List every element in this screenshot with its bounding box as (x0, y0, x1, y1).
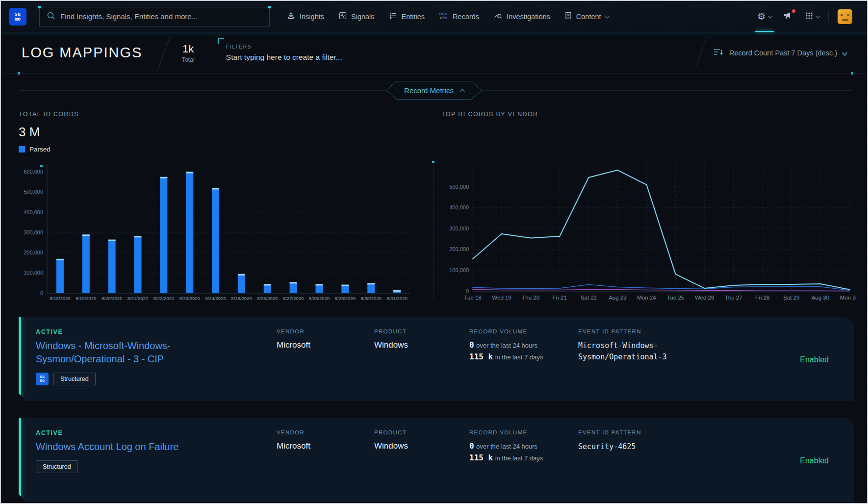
event-id-pattern-label: EVENT ID PATTERN (578, 429, 695, 435)
entities-icon (389, 12, 397, 21)
svg-text:8/31/2020: 8/31/2020 (386, 296, 407, 301)
announcements-button[interactable] (778, 1, 799, 32)
search-icon (47, 11, 55, 22)
structured-tag: Structured (36, 460, 78, 473)
apps-grid-button[interactable] (799, 1, 825, 32)
card-main-column: ACTIVE Windows Account Log on Failure St… (36, 429, 277, 492)
page-title: LOG MAPPINGS (1, 32, 164, 73)
notification-dot (792, 9, 795, 13)
svg-text:8/27/2020: 8/27/2020 (283, 296, 304, 301)
chart-legend: Parsed (19, 146, 431, 153)
svg-text:8/20/2020: 8/20/2020 (102, 296, 122, 301)
log-mappings-list: ACTIVE Windows - Microsoft-Windows-Sysmo… (1, 304, 867, 502)
sumo-logic-logo-icon[interactable]: su mo (9, 8, 26, 25)
svg-text:400,000: 400,000 (449, 204, 469, 210)
megaphone-icon (784, 11, 793, 22)
total-count-badge: 1k Total (164, 32, 212, 73)
svg-text:1001: 1001 (439, 16, 448, 20)
event-id-pattern-column: EVENT ID PATTERN Security-4625 (578, 429, 695, 492)
nav-item-investigations[interactable]: Investigations (486, 1, 558, 32)
total-records-title: TOTAL RECORDS (19, 111, 431, 118)
sort-dropdown[interactable]: Record Count Past 7 Days (desc.) (701, 32, 867, 73)
nav-label: Records (453, 13, 479, 21)
page-header: LOG MAPPINGS 1k Total FILTERS Record Cou… (1, 32, 867, 74)
chart-divider (433, 164, 434, 299)
svg-text:600,000: 600,000 (24, 169, 43, 175)
nav-label: Insights (300, 13, 324, 21)
event-id-pattern-value: Security-4625 (578, 441, 689, 453)
svg-text:Thu 20: Thu 20 (522, 295, 539, 301)
svg-text:300,000: 300,000 (449, 226, 469, 231)
product-column: PRODUCT Windows (374, 429, 469, 492)
svg-text:0: 0 (466, 288, 469, 294)
vendor-value: Microsoft (277, 340, 374, 350)
svg-text:8/18/2020: 8/18/2020 (50, 296, 70, 301)
global-search-box[interactable] (39, 7, 270, 26)
log-mapping-card[interactable]: ACTIVE Windows - Microsoft-Windows-Sysmo… (19, 317, 854, 401)
logo-text-top: su (15, 12, 21, 17)
nav-item-records[interactable]: 01011001 Records (432, 1, 486, 32)
divider (828, 11, 829, 23)
deco-corner (432, 161, 434, 163)
legend-swatch-parsed (19, 146, 25, 152)
nav-item-content[interactable]: Content (558, 1, 616, 32)
record-volume-column: RECORD VOLUME 0 over the last 24 hours 1… (469, 429, 578, 492)
apps-grid-icon (805, 12, 813, 22)
svg-text:8/22/2020: 8/22/2020 (153, 296, 174, 301)
sumo-logic-badge-icon: sumo (36, 373, 49, 385)
svg-text:8/29/2020: 8/29/2020 (335, 296, 356, 301)
total-records-value: 3 M (19, 125, 431, 140)
nav-item-entities[interactable]: Entities (382, 1, 433, 32)
deco-corner (40, 165, 43, 167)
svg-text:Wed 26: Wed 26 (695, 295, 714, 301)
total-count-label: Total (181, 56, 194, 63)
chevron-down-icon (768, 13, 773, 18)
page-content: LOG MAPPINGS 1k Total FILTERS Record Cou… (1, 32, 867, 503)
double-chevron-down-icon (843, 51, 846, 54)
signals-icon (339, 12, 347, 21)
top-records-title: TOP RECORDS BY VENDOR (441, 111, 856, 118)
user-menu-button[interactable] (832, 1, 858, 32)
nav-item-signals[interactable]: Signals (332, 1, 382, 32)
svg-text:200,000: 200,000 (24, 250, 43, 255)
svg-text:8/21/2020: 8/21/2020 (128, 296, 148, 301)
nav-label: Entities (402, 13, 425, 21)
sort-label: Record Count Past 7 Days (desc.) (729, 49, 837, 57)
filter-input[interactable] (226, 53, 559, 62)
structured-tag: Structured (53, 373, 96, 385)
log-mapping-title-link[interactable]: Windows - Microsoft-Windows-Sysmon/Opera… (36, 339, 223, 366)
filters-section: FILTERS (212, 32, 701, 73)
legend-label-parsed: Parsed (29, 146, 51, 153)
vendor-column: VENDOR Microsoft (277, 328, 374, 391)
charts-section: TOTAL RECORDS 3 M Parsed 0100,000200,000… (1, 102, 867, 304)
search-input[interactable] (60, 12, 262, 21)
svg-text:Mon 24: Mon 24 (637, 295, 656, 301)
nav-label: Signals (351, 13, 375, 21)
log-mapping-title-link[interactable]: Windows Account Log on Failure (36, 440, 223, 454)
svg-text:Tue 18: Tue 18 (464, 295, 481, 301)
nav-label: Content (576, 13, 601, 21)
product-value: Windows (374, 441, 469, 451)
svg-text:200,000: 200,000 (449, 246, 469, 252)
volume-7d: 115 k in the last 7 days (469, 352, 578, 361)
svg-text:8/24/2020: 8/24/2020 (205, 296, 226, 301)
nav-item-insights[interactable]: Insights (280, 1, 332, 32)
vendor-value: Microsoft (277, 441, 374, 451)
total-records-bar-chart: 0100,000200,000300,000400,000500,000600,… (19, 159, 414, 304)
top-records-line-chart: Tue 18Wed 19Thu 20Fri 21Sat 22Aug 23Mon … (441, 157, 856, 304)
log-mapping-card[interactable]: ACTIVE Windows Account Log on Failure St… (19, 418, 854, 502)
svg-text:Aug 30: Aug 30 (812, 295, 829, 301)
logo-text-bottom: mo (15, 17, 21, 22)
record-metrics-toggle[interactable]: Record Metrics (386, 81, 482, 100)
product-column: PRODUCT Windows (374, 328, 469, 391)
svg-text:Fri 21: Fri 21 (553, 295, 567, 301)
chevron-down-icon (605, 13, 610, 18)
settings-menu-button[interactable]: ⚙ (751, 1, 778, 32)
status-badge: ACTIVE (36, 429, 277, 436)
svg-text:100,000: 100,000 (449, 267, 469, 273)
primary-nav: Insights Signals Entitie (280, 1, 616, 32)
event-id-pattern-value: Microsoft-Windows-Sysmon/Operational-3 (578, 340, 689, 363)
product-label: PRODUCT (374, 328, 469, 334)
svg-text:Tue 25: Tue 25 (667, 295, 684, 301)
svg-text:Fri 28: Fri 28 (755, 295, 769, 301)
